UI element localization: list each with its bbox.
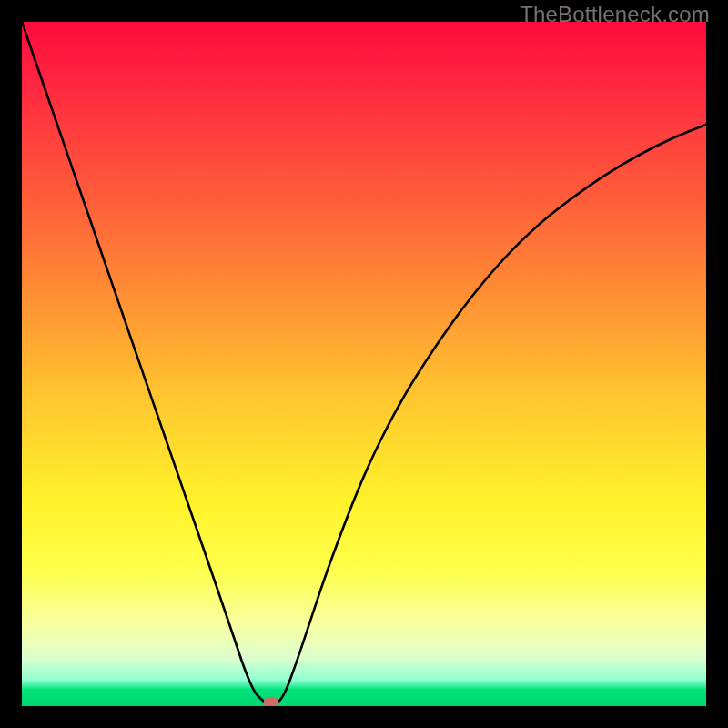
chart-frame: TheBottleneck.com: [0, 0, 728, 728]
minimum-marker: [264, 697, 279, 706]
curve-svg: [22, 22, 706, 706]
plot-area: [22, 22, 706, 706]
watermark-text: TheBottleneck.com: [520, 2, 710, 27]
bottleneck-curve: [22, 22, 706, 705]
